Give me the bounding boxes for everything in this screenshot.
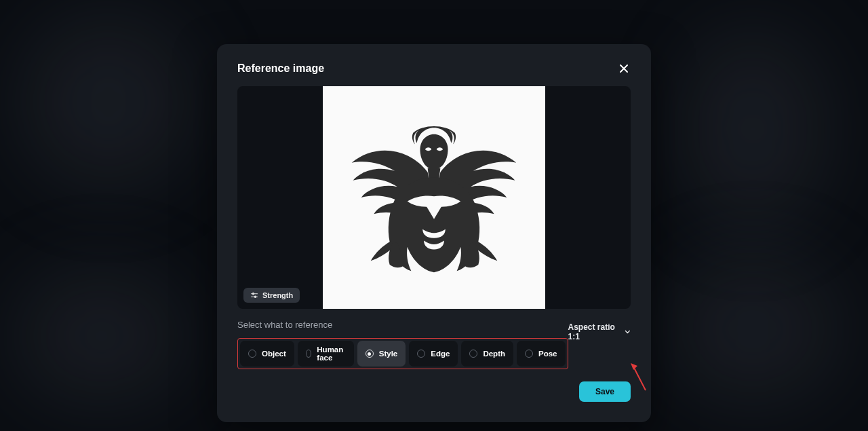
reference-image-modal: Reference image (217, 44, 651, 422)
modal-header: Reference image (237, 62, 631, 75)
modal-title: Reference image (237, 62, 324, 75)
radio-icon (469, 350, 477, 358)
save-row: Save (237, 381, 631, 402)
radio-icon (248, 350, 256, 358)
option-depth[interactable]: Depth (461, 341, 513, 367)
aspect-ratio-dropdown[interactable]: Aspect ratio 1:1 (568, 322, 631, 341)
aspect-ratio-label: Aspect ratio 1:1 (568, 322, 622, 341)
option-style[interactable]: Style (357, 341, 406, 367)
radio-icon (417, 350, 425, 358)
strength-label: Strength (262, 291, 293, 299)
option-edge[interactable]: Edge (409, 341, 458, 367)
option-label: Depth (483, 350, 505, 358)
option-human-face[interactable]: Human face (298, 341, 354, 367)
controls-row: Select what to reference Object Human fa… (237, 320, 631, 369)
radio-icon (306, 350, 312, 358)
sliders-icon (250, 291, 258, 299)
svg-point-3 (252, 293, 254, 295)
close-icon (618, 63, 629, 74)
option-pose[interactable]: Pose (517, 341, 566, 367)
option-label: Edge (431, 350, 450, 358)
svg-point-5 (254, 296, 256, 297)
option-label: Object (262, 350, 286, 358)
save-button[interactable]: Save (579, 381, 631, 402)
close-button[interactable] (617, 62, 631, 75)
select-what-label: Select what to reference (237, 320, 568, 330)
reference-image (323, 86, 545, 309)
reference-select-group: Select what to reference Object Human fa… (237, 320, 568, 369)
radio-icon (525, 350, 533, 358)
option-object[interactable]: Object (240, 341, 294, 367)
reference-image-container: Strength (237, 86, 631, 309)
option-label: Pose (538, 350, 557, 358)
options-row: Object Human face Style Edge (240, 341, 566, 367)
options-highlight-box: Object Human face Style Edge (237, 338, 568, 369)
option-label: Human face (317, 345, 345, 362)
option-label: Style (379, 350, 398, 358)
strength-button[interactable]: Strength (243, 288, 300, 303)
radio-icon (366, 350, 374, 358)
chevron-down-icon (625, 329, 631, 335)
